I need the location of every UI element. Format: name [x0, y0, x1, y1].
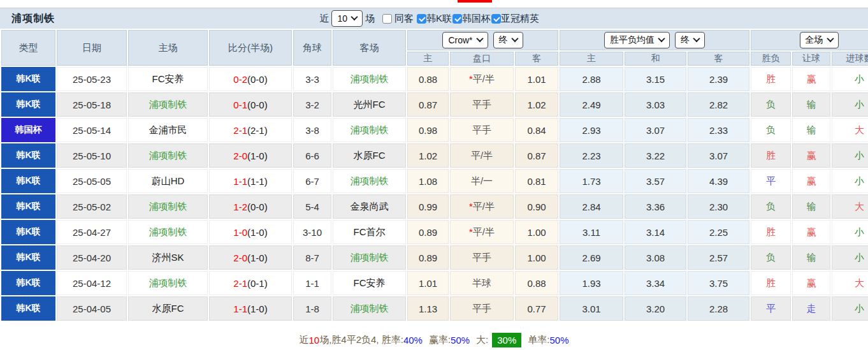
- handicap-result-cell: 输: [792, 92, 830, 117]
- sub-header-asian-away: 客: [515, 52, 558, 66]
- score-cell: 2-1(0-1): [209, 271, 292, 295]
- handicap-text: 平手: [472, 99, 491, 110]
- asian-away-odds: 0.81: [515, 169, 558, 193]
- home-team: 水原FC: [128, 296, 208, 321]
- date-cell: 25-05-10: [57, 143, 127, 168]
- asian-away-odds: 0.84: [515, 118, 558, 142]
- corners-cell: 5-4: [293, 194, 331, 219]
- result-cell: 负: [751, 118, 791, 142]
- asian-home-odds: 0.89: [407, 220, 449, 244]
- filter-checkbox-kleague[interactable]: [417, 14, 426, 24]
- euro-draw-odds: 3.36: [625, 194, 686, 219]
- col-header-score: 比分(半场): [209, 30, 292, 66]
- halftime-score: (0-1): [247, 278, 268, 289]
- halftime-score: (0-0): [247, 201, 268, 212]
- date-cell: 25-05-18: [57, 92, 127, 117]
- goals-result-cell: 小: [832, 92, 868, 117]
- euro-draw-odds: 3.08: [625, 245, 686, 270]
- handicap-result-cell: 赢: [792, 220, 830, 244]
- asian-home-odds: 0.98: [407, 118, 449, 142]
- sub-header-asian-handicap: 盘口: [450, 52, 514, 66]
- score-cell: 2-0(1-0): [209, 245, 292, 270]
- bookmaker-select[interactable]: Crow*: [442, 32, 488, 48]
- euro-draw-odds: 3.34: [625, 271, 686, 295]
- handicap-text: 半球: [472, 277, 491, 288]
- table-row: 韩国杯 25-05-14 金浦市民 2-1(2-1) 3-8 浦项制铁 0.98…: [1, 118, 868, 142]
- table-row: 韩K联 25-05-02 浦项制铁 1-2(0-0) 5-4 金泉尚武 0.99…: [1, 194, 868, 219]
- asian-away-odds: 1.00: [515, 220, 558, 244]
- euro-draw-odds: 3.20: [625, 296, 686, 321]
- home-team: 浦项制铁: [128, 143, 208, 168]
- euro-odds-group-header: 胜平负均值 终: [560, 30, 749, 50]
- euro-away-odds: 3.75: [688, 271, 749, 295]
- fulltime-scope-value: 全场: [806, 34, 823, 46]
- euro-home-odds: 3.11: [560, 220, 623, 244]
- euro-away-odds: 2.39: [688, 67, 749, 91]
- euro-away-odds: 2.57: [688, 245, 749, 270]
- summary-single-rate: 50%: [549, 335, 568, 346]
- same-venue-checkbox[interactable]: [382, 14, 392, 24]
- euro-away-odds: 2.33: [688, 118, 749, 142]
- euro-away-odds: 2.30: [688, 194, 749, 219]
- result-cell: 胜: [751, 143, 791, 168]
- asian-handicap: *平/半: [450, 67, 514, 91]
- result-cell: 负: [751, 92, 791, 117]
- result-cell: 胜: [751, 67, 791, 91]
- goals-result-cell: 大: [832, 118, 868, 142]
- odds-average-select[interactable]: 胜平负均值: [604, 32, 670, 48]
- filter-label-kleague: 韩K联: [426, 13, 452, 25]
- euro-home-odds: 2.88: [560, 67, 623, 91]
- result-cell: 负: [751, 194, 791, 219]
- match-stats-page: 浦项制铁 近 10 场 同客 韩K联 韩国杯 亚冠精英 类型: [0, 0, 868, 350]
- table-row: 韩K联 25-04-20 济州SK 2-0(1-0) 8-7 浦项制铁 0.89…: [1, 245, 868, 270]
- matches-label: 场: [365, 13, 375, 25]
- result-cell: 平: [751, 296, 791, 321]
- euro-period-select[interactable]: 终: [675, 32, 705, 48]
- halftime-score: (1-0): [247, 150, 268, 161]
- col-header-home: 主场: [128, 30, 208, 66]
- euro-period-value: 终: [681, 34, 690, 46]
- away-team: 金泉尚武: [333, 194, 406, 219]
- sub-header-euro-away: 客: [688, 52, 749, 66]
- fulltime-score: 2-1: [233, 125, 247, 136]
- filter-checkbox-acl[interactable]: [491, 14, 501, 24]
- asian-handicap: 平手: [450, 118, 514, 142]
- euro-home-odds: 2.49: [560, 92, 623, 117]
- fulltime-score: 2-1: [233, 278, 247, 289]
- table-row: 韩K联 25-04-27 浦项制铁 1-0(1-0) 3-10 FC首尔 0.8…: [1, 220, 868, 244]
- halftime-score: (1-0): [247, 303, 268, 314]
- asian-period-select[interactable]: 终: [493, 32, 523, 48]
- filter-checkbox-koreancup[interactable]: [452, 14, 462, 24]
- asian-handicap: 平手: [450, 296, 514, 321]
- summary-bar: 近10场,胜4平2负4, 胜率:40%赢率:50%大:30%单率:50%: [0, 330, 868, 350]
- table-row: 韩K联 25-05-18 浦项制铁 0-1(0-0) 3-2 光州FC 0.87…: [1, 92, 868, 117]
- type-badge: 韩K联: [1, 296, 55, 321]
- chevron-down-icon: [693, 35, 700, 42]
- away-team: 浦项制铁: [333, 67, 406, 91]
- table-row: 韩K联 25-05-05 蔚山HD 1-1(1-1) 6-7 浦项制铁 1.08…: [1, 169, 868, 193]
- filter-label-acl: 亚冠精英: [501, 13, 539, 25]
- date-cell: 25-05-02: [57, 194, 127, 219]
- date-cell: 25-05-14: [57, 118, 127, 142]
- euro-draw-odds: 3.14: [625, 220, 686, 244]
- sub-header-handicap-result: 让球: [792, 52, 830, 66]
- result-cell: 负: [751, 245, 791, 270]
- score-cell: 0-1(0-0): [209, 92, 292, 117]
- table-row: 韩K联 25-05-10 浦项制铁 2-0(1-0) 6-6 水原FC 1.02…: [1, 143, 868, 168]
- euro-home-odds: 2.84: [560, 194, 623, 219]
- corners-cell: 1-8: [293, 296, 331, 321]
- summary-record: 场,胜4平2负4, 胜率:: [319, 334, 403, 346]
- home-team: 浦项制铁: [128, 271, 208, 295]
- euro-home-odds: 2.69: [560, 245, 623, 270]
- date-cell: 25-05-05: [57, 169, 127, 193]
- away-team: 浦项制铁: [333, 118, 406, 142]
- chevron-down-icon: [476, 35, 483, 42]
- corners-cell: 3-8: [293, 118, 331, 142]
- matches-count-select[interactable]: 10: [331, 10, 363, 27]
- fulltime-score: 1-0: [233, 227, 247, 238]
- summary-win-rate: 40%: [403, 335, 423, 346]
- asian-handicap: 平手: [450, 245, 514, 270]
- fulltime-scope-select[interactable]: 全场: [800, 32, 839, 48]
- handicap-result-cell: 走: [792, 296, 830, 321]
- chevron-down-icon: [658, 35, 665, 42]
